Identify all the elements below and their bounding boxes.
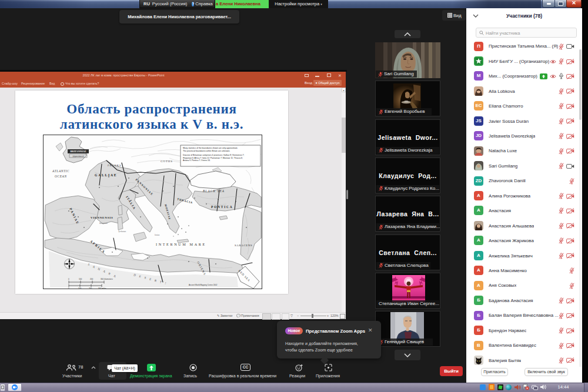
svg-text:ATLANTIC: ATLANTIC (52, 169, 69, 173)
svg-text:200: 200 (90, 278, 93, 280)
svg-text:200: 200 (89, 287, 92, 290)
svg-text:GOTHS: GOTHS (161, 160, 173, 163)
svg-text:(4 provinces): (4 provinces) (72, 155, 84, 158)
svg-text:PONTICA: PONTICA (211, 205, 233, 209)
svg-text:VIENNENSIS: VIENNENSIS (91, 216, 113, 219)
svg-text:Tyrrhenum: Tyrrhenum (118, 230, 126, 233)
svg-text:BRITANNIAE: BRITANNIAE (70, 150, 86, 153)
svg-text:Ionium: Ionium (154, 234, 160, 236)
svg-text:300 kilometers: 300 kilometers (101, 278, 113, 280)
svg-text:FRANKS: FRANKS (108, 164, 121, 167)
svg-text:Balearicum: Balearicum (99, 222, 108, 225)
svg-text:Ancient World Mapping Centre 2: Ancient World Mapping Centre 2002 (189, 284, 218, 286)
svg-text:100: 100 (79, 278, 82, 280)
svg-text:0: 0 (68, 278, 69, 280)
svg-text:INTERNUM MARE: INTERNUM MARE (156, 242, 206, 246)
svg-text:300 miles: 300 miles (98, 287, 106, 290)
svg-text:OCEAN: OCEAN (55, 175, 67, 178)
svg-text:BLACK SEA: BLACK SEA (203, 189, 225, 193)
svg-text:GALLIAE: GALLIAE (95, 173, 117, 177)
svg-text:0: 0 (68, 287, 69, 290)
svg-text:SARACENS: SARACENS (235, 244, 252, 247)
svg-text:100: 100 (78, 287, 82, 290)
